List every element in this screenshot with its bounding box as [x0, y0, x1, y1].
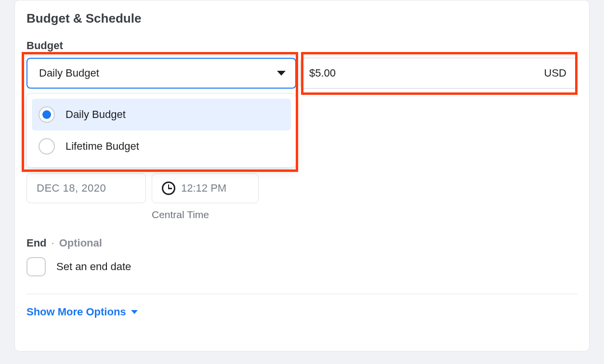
budget-currency-label: USD	[544, 67, 566, 79]
budget-schedule-card: Budget & Schedule Budget Daily Budget US…	[14, 0, 590, 351]
start-datetime-row: Dec 18, 2020 12:12 PM	[26, 173, 578, 203]
show-more-options-link[interactable]: Show More Options	[26, 306, 578, 318]
budget-option-lifetime[interactable]: Lifetime Budget	[32, 130, 291, 162]
chevron-down-icon	[131, 310, 138, 314]
budget-option-lifetime-label: Lifetime Budget	[66, 140, 139, 153]
budget-option-daily[interactable]: Daily Budget	[32, 99, 291, 130]
end-date-checkbox[interactable]	[26, 257, 46, 276]
start-time-value: 12:12 PM	[181, 182, 226, 195]
end-label-row: End · Optional	[26, 237, 578, 249]
end-section: End · Optional Set an end date	[26, 237, 578, 276]
end-optional-label: Optional	[59, 237, 102, 249]
budget-type-dropdown: Daily Budget Lifetime Budget	[26, 93, 296, 168]
budget-amount-input-wrapper[interactable]: USD	[300, 58, 578, 89]
end-date-checkbox-row: Set an end date	[26, 257, 578, 276]
budget-label: Budget	[26, 39, 578, 52]
timezone-label: Central Time	[152, 209, 578, 221]
radio-selected-icon	[39, 106, 55, 123]
budget-type-selected-label: Daily Budget	[39, 67, 99, 79]
budget-option-daily-label: Daily Budget	[66, 108, 126, 121]
clock-icon	[162, 182, 175, 195]
start-date-input[interactable]: Dec 18, 2020	[26, 173, 146, 203]
radio-unselected-icon	[39, 138, 55, 155]
end-date-checkbox-label: Set an end date	[56, 260, 131, 273]
dot-separator: ·	[52, 237, 54, 249]
end-label: End	[26, 237, 47, 249]
budget-row: Daily Budget USD Daily Budget Lifetime B…	[26, 58, 578, 89]
show-more-options-label: Show More Options	[26, 306, 126, 318]
chevron-down-icon	[277, 71, 286, 76]
start-time-input[interactable]: 12:12 PM	[152, 173, 259, 203]
budget-amount-input[interactable]	[309, 67, 544, 79]
divider	[26, 294, 578, 294]
budget-type-select[interactable]: Daily Budget	[26, 58, 296, 89]
start-date-value: Dec 18, 2020	[37, 182, 106, 195]
section-title: Budget & Schedule	[26, 11, 578, 26]
